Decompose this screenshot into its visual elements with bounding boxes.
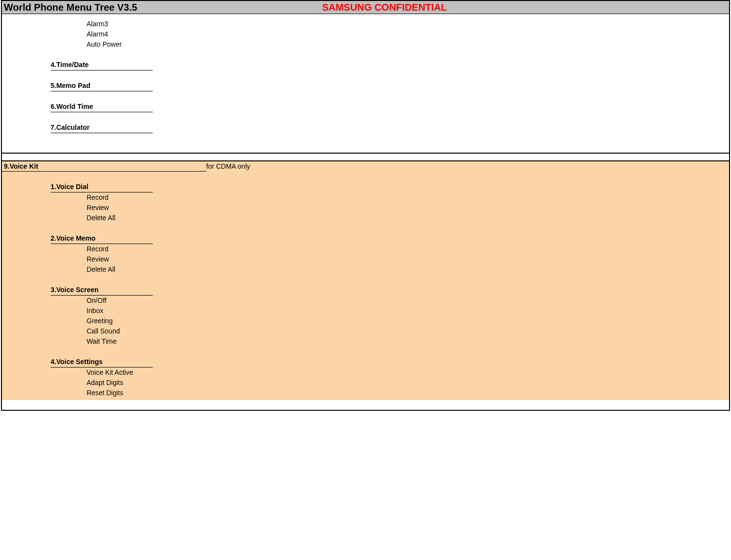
- doc-title: World Phone Menu Tree V3.5: [4, 2, 137, 13]
- menu-item: Call Sound: [2, 326, 729, 336]
- menu-note: for CDMA only: [206, 161, 250, 171]
- menu-item: Auto Power: [2, 39, 729, 50]
- menu-item: Review: [2, 203, 729, 213]
- menu-heading: 9.Voice Kit: [2, 161, 206, 172]
- submenu-heading: 6.World Time: [51, 101, 153, 112]
- submenu-heading: 7.Calculator: [51, 122, 153, 133]
- confidential-label: SAMSUNG CONFIDENTIAL: [322, 2, 447, 13]
- header-bar: World Phone Menu Tree V3.5 SAMSUNG CONFI…: [2, 1, 729, 14]
- menu-item: Record: [2, 244, 729, 254]
- menu-item: Wait Time: [2, 336, 729, 347]
- upper-section: Alarm3 Alarm4 Auto Power 4.Time/Date 5.M…: [2, 14, 729, 153]
- menu-item: Voice Kit Active: [2, 368, 729, 378]
- menu-item: Alarm4: [2, 29, 729, 39]
- menu-item: Adapt Digits: [2, 378, 729, 388]
- submenu-heading: 4.Voice Settings: [51, 356, 153, 368]
- submenu-heading: 1.Voice Dial: [51, 181, 153, 192]
- submenu-heading: 5.Memo Pad: [51, 80, 153, 91]
- menu-item: Greeting: [2, 316, 729, 326]
- voice-kit-section: 9.Voice Kit for CDMA only 1.Voice Dial R…: [2, 161, 729, 400]
- menu-item: Inbox: [2, 306, 729, 316]
- menu-item: Reset Digits: [2, 388, 729, 398]
- submenu-heading: 4.Time/Date: [51, 59, 153, 70]
- menu-item: Delete All: [2, 213, 729, 223]
- menu-item: Alarm3: [2, 19, 729, 29]
- menu-item: On/Off: [2, 296, 729, 306]
- submenu-heading: 2.Voice Memo: [51, 233, 153, 244]
- menu-item: Delete All: [2, 264, 729, 275]
- menu-item: Record: [2, 192, 729, 203]
- document-frame: World Phone Menu Tree V3.5 SAMSUNG CONFI…: [1, 0, 730, 411]
- submenu-heading: 3.Voice Screen: [51, 284, 153, 296]
- menu-item: Review: [2, 254, 729, 264]
